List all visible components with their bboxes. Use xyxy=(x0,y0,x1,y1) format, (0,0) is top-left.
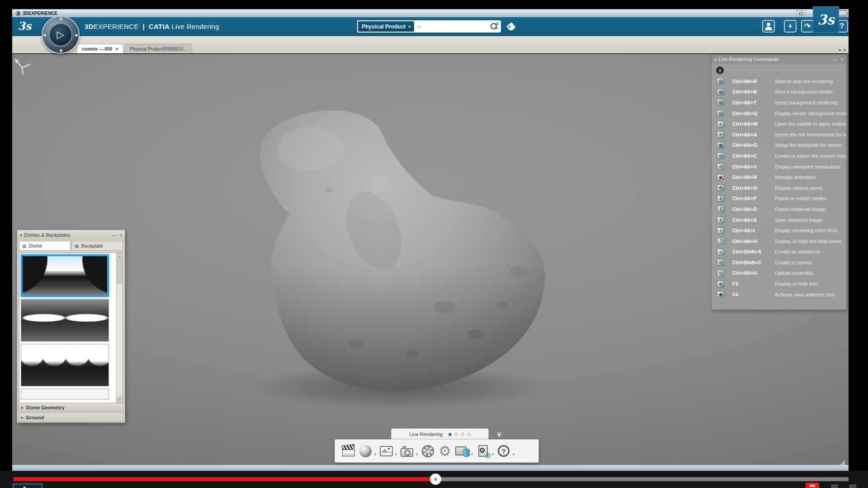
settings-gear-icon[interactable] xyxy=(831,484,838,488)
shortcut-row: ◉Ctrl+Alt+NManage animation. xyxy=(712,172,846,183)
shortcut-row: ≣F3Display or hide tree. xyxy=(712,278,846,289)
help-button[interactable]: ? xyxy=(495,442,512,460)
tool-dropdown-icon[interactable]: ▾ xyxy=(395,452,397,456)
render-monitor-db-icon xyxy=(455,446,467,455)
tool-dropdown-icon[interactable]: ▾ xyxy=(416,452,418,456)
minimize-icon[interactable]: — xyxy=(833,57,837,62)
scroll-up-icon[interactable]: ▲ xyxy=(117,253,123,259)
page-dot[interactable] xyxy=(467,433,471,436)
camera-button[interactable] xyxy=(398,442,415,460)
video-scrubber[interactable] xyxy=(430,474,441,485)
viewpoint-icon: ↺ xyxy=(717,163,724,170)
tab-close-icon[interactable]: × xyxy=(115,46,118,52)
document-tab[interactable]: Physical Product00000010... xyxy=(125,44,192,53)
batch-render-button[interactable]: ⚙⚙ xyxy=(474,442,491,460)
shortcut-row: ↧Ctrl+Alt+DExport rendered image. xyxy=(712,204,846,215)
3d-compass-widget[interactable]: ▷ xyxy=(42,16,80,54)
video-progress-track[interactable] xyxy=(14,477,849,481)
materials-sphere-button[interactable] xyxy=(357,442,374,460)
share-button[interactable]: ↷ xyxy=(801,20,814,33)
document-tabstrip: comete ---.000×Physical Product00000010.… xyxy=(12,36,849,53)
tab-scroll-buttons: ◂ ▸ xyxy=(837,47,847,52)
page-dot[interactable] xyxy=(448,433,452,436)
minimize-icon[interactable]: — xyxy=(111,233,116,238)
panel-tab-backplate[interactable]: ▣Backplate xyxy=(71,241,123,251)
tag-button[interactable] xyxy=(505,21,517,32)
animation-icon: ◉ xyxy=(717,174,724,181)
shortcut-description: Update assembly xyxy=(775,270,846,276)
hdr-environment-icon: ≡ xyxy=(717,131,724,138)
tool-dropdown-icon[interactable]: ▾ xyxy=(471,452,473,456)
close-icon[interactable]: × xyxy=(841,57,844,62)
shortcut-description: Save rendered image. xyxy=(775,217,846,223)
dome-thumbnail-light[interactable] xyxy=(21,389,109,399)
shortcut-row: ↻Ctrl+Alt+UUpdate assembly xyxy=(712,268,846,279)
action-bar-expand-chevron-icon[interactable]: ∨ xyxy=(492,430,506,439)
action-bar-tab[interactable]: Live Rendering xyxy=(391,428,489,440)
scrollbar[interactable]: ▲ ▼ xyxy=(116,253,123,403)
shortcut-description: Start a background render. xyxy=(775,89,846,94)
shortcut-keys: Ctrl+Alt+Q xyxy=(732,111,775,116)
render-start-icon: ▥ xyxy=(717,78,724,84)
shortcut-keys: Ctrl+Alt+S xyxy=(732,217,775,223)
view-selection-icon: ◉ xyxy=(717,291,724,298)
video-play-button[interactable] xyxy=(13,483,42,488)
window-title: 3DEXPERIENCE xyxy=(23,11,57,16)
compass-play-icon[interactable]: ▷ xyxy=(49,23,72,47)
shortcut-description: Display options panel. xyxy=(775,185,846,191)
action-bar-label: Live Rendering xyxy=(410,432,443,437)
dome-thumbnail-arcs[interactable] xyxy=(21,299,109,342)
search-input[interactable] xyxy=(414,24,490,29)
render-monitor-db-button[interactable] xyxy=(453,442,471,460)
shortcut-description: Display viewpoint manipulator. xyxy=(775,164,846,169)
info-icon: i xyxy=(716,66,724,74)
animation-clapper-button[interactable] xyxy=(340,442,357,460)
tool-dropdown-icon[interactable]: ▾ xyxy=(513,452,514,456)
tab-scroll-right-icon[interactable]: ▸ xyxy=(843,47,847,52)
add-content-button[interactable]: + xyxy=(784,20,797,33)
page-dot[interactable] xyxy=(455,433,458,436)
search-icon[interactable] xyxy=(490,23,498,31)
tool-dropdown-icon[interactable]: ▾ xyxy=(492,452,494,456)
close-icon[interactable]: × xyxy=(119,233,122,238)
section-expander[interactable]: ▸Dome Geometry xyxy=(19,403,123,412)
search-scope-dropdown[interactable]: Physical Product ▾ xyxy=(358,21,414,32)
backplate-button[interactable] xyxy=(377,442,395,460)
dome-thumbnail-mountain[interactable] xyxy=(21,254,109,297)
options-gear-button[interactable]: ⚙ xyxy=(436,442,453,460)
tool-dropdown-icon[interactable]: ▾ xyxy=(374,452,376,456)
page-dot[interactable] xyxy=(461,433,464,436)
live-rendering-commands-panel: ▾ Live Rendering Commands — × i ▥Ctrl+Al… xyxy=(711,54,847,310)
fullscreen-icon[interactable] xyxy=(849,484,856,488)
background-setup-icon: ▧ xyxy=(717,99,724,106)
collapse-icon[interactable]: ▾ xyxy=(20,233,22,238)
shortcut-row: ▥Ctrl+Alt+RStart or stop the rendering. xyxy=(712,76,846,87)
dome-grid-icon: ▦ xyxy=(22,244,26,249)
shortcut-description: Display render background monitor. xyxy=(775,111,846,116)
panel-titlebar: ▾ Domes & Backplates — × xyxy=(17,230,125,240)
section-expander[interactable]: ▸Ground xyxy=(19,413,123,422)
shortcut-row: ↺Ctrl+Alt+VDisplay viewpoint manipulator… xyxy=(712,161,846,172)
shortcut-row: ▨Ctrl+Alt+BStart a background render. xyxy=(712,87,846,98)
document-tab-label: Physical Product00000010... xyxy=(130,47,187,52)
dome-thumbnail-arches[interactable] xyxy=(21,344,109,386)
restore-button[interactable] xyxy=(796,10,805,16)
tab-scroll-left-icon[interactable]: ◂ xyxy=(837,47,842,52)
scrollbar-thumb[interactable] xyxy=(117,260,122,283)
user-icon xyxy=(765,23,772,30)
rendering-hud-icon: i xyxy=(717,227,724,234)
user-profile-button[interactable] xyxy=(762,20,775,33)
shortcut-row: ‖Ctrl+Alt+PPause or restart render. xyxy=(712,193,846,204)
tree-icon: ≣ xyxy=(717,281,724,287)
render-aperture-button[interactable] xyxy=(419,442,436,460)
panel-tab-dome[interactable]: ▦Dome xyxy=(19,241,71,251)
save-image-icon: ⇓ xyxy=(717,216,724,223)
document-tab[interactable]: comete ---.000× xyxy=(77,44,123,53)
materials-sphere-icon xyxy=(359,445,372,457)
status-strip xyxy=(12,465,849,471)
render-monitor-icon: ▤ xyxy=(717,110,724,117)
dome-thumbnail-list: ▲ ▼ xyxy=(19,253,123,403)
3ds-logo-icon: 3s xyxy=(18,19,31,33)
backplate-icon xyxy=(380,446,393,456)
collapse-icon[interactable]: ▾ xyxy=(714,57,717,62)
